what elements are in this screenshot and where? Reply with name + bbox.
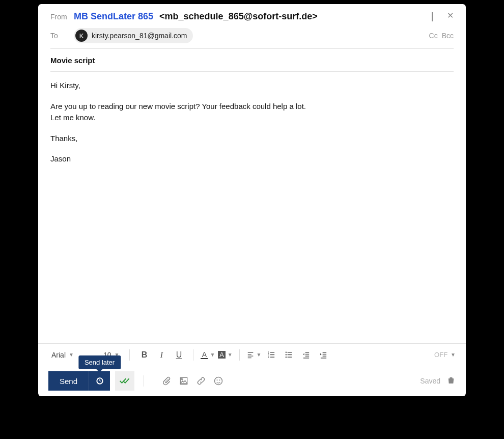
insert-emoji-button[interactable] <box>213 376 223 386</box>
chevron-down-icon: ▼ <box>451 352 456 358</box>
body-signature: Jason <box>50 153 454 165</box>
chevron-down-icon: ▼ <box>69 352 74 358</box>
insert-image-button[interactable] <box>179 376 189 386</box>
email-body[interactable]: Hi Kirsty, Are you up to reading our new… <box>38 72 466 343</box>
recipient-email: kirsty.pearson_81@gmail.com <box>92 32 187 40</box>
insert-link-button[interactable] <box>196 376 206 386</box>
send-row: Send Send later <box>38 366 466 396</box>
send-button[interactable]: Send Send later <box>48 371 110 391</box>
svg-point-8 <box>219 379 220 380</box>
clock-icon <box>96 377 104 385</box>
divider <box>193 349 193 361</box>
body-line: Are you up to reading our new movie scri… <box>50 101 454 113</box>
svg-point-7 <box>216 379 217 380</box>
from-label: From <box>50 13 74 21</box>
send-button-main[interactable]: Send <box>48 371 89 391</box>
chevron-down-icon: ▼ <box>210 352 215 358</box>
off-label: OFF <box>434 351 447 359</box>
divider <box>144 375 144 387</box>
attach-file-button[interactable] <box>161 376 172 386</box>
window-close-button[interactable]: ✕ <box>447 13 454 21</box>
numbered-list-button[interactable]: 123 <box>264 348 278 362</box>
recipient-chip[interactable]: K kirsty.pearson_81@gmail.com <box>74 28 193 43</box>
subject-field[interactable]: Movie script <box>50 56 95 65</box>
double-check-icon <box>119 376 130 386</box>
italic-button[interactable]: I <box>154 348 169 362</box>
trash-icon <box>446 376 456 385</box>
bcc-button[interactable]: Bcc <box>442 32 454 40</box>
paperclip-icon <box>161 376 172 386</box>
saved-status: Saved <box>420 377 440 385</box>
send-later-tooltip: Send later <box>78 355 121 369</box>
svg-point-3 <box>286 352 287 353</box>
compose-window: From MB SendLater 865 <mb_schedule_865@s… <box>38 4 466 396</box>
to-row: To K kirsty.pearson_81@gmail.com Cc Bcc <box>38 24 466 48</box>
highlight-color-button[interactable]: A ▼ <box>218 348 232 362</box>
divider <box>239 349 240 361</box>
body-greeting: Hi Kirsty, <box>50 80 454 92</box>
underline-button[interactable]: U <box>172 348 186 362</box>
to-label: To <box>50 32 74 40</box>
recipient-avatar: K <box>75 30 88 42</box>
svg-point-6 <box>215 377 222 385</box>
bold-button[interactable]: B <box>137 348 151 362</box>
send-later-button[interactable]: Send later <box>89 371 110 391</box>
discard-draft-button[interactable] <box>446 376 456 387</box>
from-row: From MB SendLater 865 <mb_schedule_865@s… <box>38 4 466 24</box>
chevron-down-icon: ▼ <box>228 352 233 358</box>
format-off-toggle[interactable]: OFF ▼ <box>434 351 456 359</box>
chevron-down-icon: ▼ <box>257 352 262 358</box>
window-maximize-button[interactable] <box>432 13 433 21</box>
link-icon <box>196 376 206 386</box>
divider <box>129 349 130 361</box>
read-receipt-button[interactable] <box>115 371 134 391</box>
font-family-label: Arial <box>51 351 66 359</box>
svg-point-4 <box>286 354 287 355</box>
font-family-select[interactable]: Arial ▼ <box>48 350 77 360</box>
body-signoff: Thanks, <box>50 133 454 145</box>
bullet-list-button[interactable] <box>282 348 296 362</box>
align-button[interactable]: ▼ <box>247 348 261 362</box>
subject-row[interactable]: Movie script <box>38 49 466 71</box>
sender-email: <mb_schedule_865@sofort-surf.de> <box>159 11 318 22</box>
outdent-button[interactable] <box>299 348 313 362</box>
sender-name[interactable]: MB SendLater 865 <box>74 11 153 22</box>
window-controls: ✕ <box>417 13 454 21</box>
cc-button[interactable]: Cc <box>429 32 438 40</box>
image-icon <box>179 376 189 386</box>
body-line: Let me know. <box>50 112 454 124</box>
emoji-icon <box>213 376 223 386</box>
text-color-button[interactable]: A ▼ <box>201 348 215 362</box>
svg-text:3: 3 <box>268 356 269 359</box>
attach-group <box>161 376 223 386</box>
indent-button[interactable] <box>316 348 330 362</box>
svg-point-5 <box>286 356 287 358</box>
